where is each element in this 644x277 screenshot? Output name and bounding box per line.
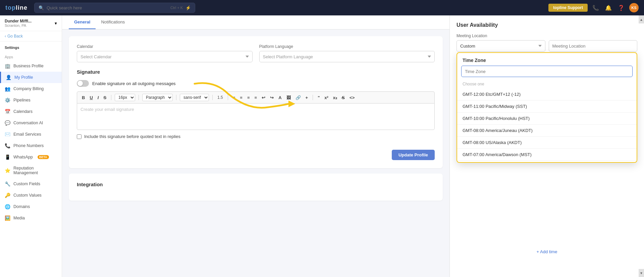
tz-option-5[interactable]: GMT-07:00 America/Dawson (MST) [457, 149, 637, 161]
paragraph-select[interactable]: Paragraph [142, 94, 173, 101]
layout: Dunder Miffl... Scranton, PA ▾ ‹ Go Back… [0, 15, 644, 277]
sidebar-label-email-services: Email Services [13, 132, 41, 137]
sidebar-item-pipelines[interactable]: ⚙️ Pipelines [0, 94, 62, 106]
tz-option-4[interactable]: GMT-08:00 US/Alaska (AKDT) [457, 137, 637, 149]
sidebar-label-company-billing: Company Billing [13, 86, 44, 91]
main-content: General Notifications Calendar Select Ca… [62, 15, 449, 277]
phone-icon[interactable]: 📞 [591, 3, 600, 12]
calendar-label: Calendar [77, 44, 253, 49]
sidebar-item-custom-fields[interactable]: 🔧 Custom Fields [0, 178, 62, 190]
meeting-location-input[interactable] [549, 40, 638, 52]
calendar-form-group: Calendar Select Calendar [77, 44, 253, 62]
sidebar-item-domains[interactable]: 🌐 Domains [0, 201, 62, 212]
building-icon: 🏢 [5, 63, 10, 69]
avatar[interactable]: KS [629, 3, 639, 12]
topbar: topline 🔍 Ctrl + K ⚡ topline Support 📞 🔔… [0, 0, 644, 15]
sidebar-item-phone-numbers[interactable]: 📞 Phone Numbers [0, 140, 62, 151]
org-name: Dunder Miffl... [5, 19, 32, 23]
search-input[interactable] [47, 5, 168, 10]
sidebar-item-my-profile[interactable]: 👤 My Profile [0, 72, 62, 83]
tab-notifications[interactable]: Notifications [96, 15, 130, 29]
tz-option-6[interactable]: GMT-07:00 America/Juneau (SST) [457, 161, 637, 162]
align-right-button[interactable]: ≡ [246, 94, 251, 101]
align-center-button[interactable]: ≡ [238, 94, 244, 101]
sidebar-item-media[interactable]: 🖼️ Media [0, 212, 62, 224]
tz-option-2[interactable]: GMT-10:00 Pacific/Honolulu (HST) [457, 113, 637, 125]
subscript-button[interactable]: x₂ [332, 94, 338, 101]
link-button[interactable]: 🔗 [294, 94, 302, 101]
align-justify-button[interactable]: ≡ [253, 94, 259, 101]
font-family-select[interactable]: sans-serif [180, 94, 209, 101]
toolbar-divider-4 [212, 95, 213, 100]
org-location: Scranton, PA [5, 23, 32, 27]
help-icon[interactable]: ❓ [616, 3, 626, 12]
go-back-link[interactable]: ‹ Go Back [0, 31, 62, 42]
timezone-search-wrapper [461, 66, 633, 77]
calendar-card: Calendar Select Calendar Platform Langua… [69, 36, 443, 168]
update-profile-button[interactable]: Update Profile [392, 150, 435, 160]
superscript-button[interactable]: x² [323, 94, 330, 101]
calendar-select[interactable]: Select Calendar [77, 51, 253, 62]
tz-option-0[interactable]: GMT-12:00 Etc/GMT+12 (-12) [457, 88, 637, 100]
org-selector[interactable]: Dunder Miffl... Scranton, PA ▾ [0, 15, 62, 31]
tz-option-1[interactable]: GMT-11:00 Pacific/Midway (SST) [457, 100, 637, 113]
sidebar-label-media: Media [13, 216, 25, 220]
add-button[interactable]: + [304, 94, 310, 101]
quote-button[interactable]: " [316, 94, 321, 101]
signature-editor[interactable]: Create your email signature [77, 103, 435, 130]
signature-checkbox-label: Include this signature before quoted tex… [84, 134, 180, 139]
integration-title: Integration [77, 182, 435, 187]
search-shortcut: Ctrl + K [170, 6, 183, 10]
toggle-knob [77, 81, 83, 86]
sidebar: Dunder Miffl... Scranton, PA ▾ ‹ Go Back… [0, 15, 62, 277]
sidebar-item-whatsapp[interactable]: 📱 WhatsApp BETA [0, 151, 62, 163]
language-select[interactable]: Select Platform Language [259, 51, 435, 62]
logo: topline [5, 4, 28, 11]
toolbar-divider-2 [139, 95, 139, 100]
sidebar-label-phone-numbers: Phone Numbers [13, 143, 44, 148]
topbar-right: topline Support 📞 🔔 ❓ KS [548, 3, 639, 12]
align-left-button[interactable]: ≡ [231, 94, 237, 101]
sidebar-item-custom-values[interactable]: 🔑 Custom Values [0, 190, 62, 201]
italic-button[interactable]: I [96, 94, 100, 101]
sidebar-item-company-billing[interactable]: 👥 Company Billing [0, 83, 62, 94]
add-time-link[interactable]: + Add time [450, 247, 644, 257]
tab-general[interactable]: General [69, 15, 96, 29]
sidebar-item-business-profile[interactable]: 🏢 Business Profile [0, 60, 62, 72]
meeting-type-select[interactable]: Custom [457, 40, 545, 52]
panel-title: User Availability [457, 22, 637, 28]
scroll-down-button[interactable]: ▼ [639, 269, 644, 277]
media-icon: 🖼️ [5, 215, 10, 221]
sidebar-item-calendars[interactable]: 📅 Calendars [0, 106, 62, 117]
toolbar-divider-6 [313, 95, 313, 100]
signature-toggle[interactable] [77, 80, 89, 87]
signature-checkbox[interactable] [77, 134, 82, 139]
domains-icon: 🌐 [5, 204, 10, 209]
font-size-select[interactable]: 16px [115, 94, 135, 101]
scroll-up-button[interactable]: ▲ [639, 15, 644, 23]
strikethrough2-button[interactable]: S̶ [340, 94, 346, 101]
bold-button[interactable]: B [80, 94, 86, 101]
search-bar[interactable]: 🔍 Ctrl + K ⚡ [34, 3, 195, 13]
text-color-button[interactable]: A [277, 94, 283, 101]
language-label: Platform Language [259, 44, 435, 49]
search-icon: 🔍 [39, 5, 44, 10]
timezone-search-input[interactable] [461, 66, 633, 77]
user-icon: 👤 [6, 75, 11, 80]
whatsapp-badge: BETA [38, 155, 49, 159]
sidebar-label-pipelines: Pipelines [13, 98, 31, 102]
strikethrough-button[interactable]: S [102, 94, 108, 101]
code-button[interactable]: <> [348, 94, 356, 101]
editor-toolbar: B U I S 16px Paragraph sans-serif [77, 91, 435, 103]
redo-button[interactable]: ↪ [269, 94, 275, 101]
image-button[interactable]: 🖼 [285, 94, 292, 101]
sidebar-item-email-services[interactable]: ✉️ Email Services [0, 129, 62, 140]
undo-button[interactable]: ↩ [260, 94, 267, 101]
underline-button[interactable]: U [88, 94, 94, 101]
support-button[interactable]: topline Support [548, 4, 588, 12]
sidebar-item-reputation[interactable]: ⭐ Reputation Management [0, 163, 62, 178]
tz-option-3[interactable]: GMT-08:00 America/Juneau (AKDT) [457, 125, 637, 137]
integration-card: Integration [69, 174, 443, 201]
bell-icon[interactable]: 🔔 [604, 3, 613, 12]
sidebar-item-conversation-ai[interactable]: 💬 Conversation AI [0, 117, 62, 129]
